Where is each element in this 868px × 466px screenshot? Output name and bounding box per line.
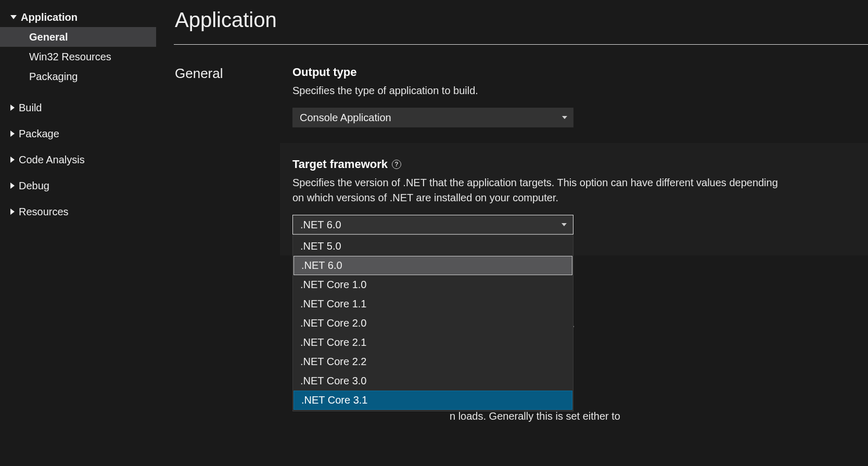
framework-option-label: .NET Core 2.2 xyxy=(300,356,366,368)
group-output-type: Output type Specifies the type of applic… xyxy=(292,66,868,143)
group-desc-target-framework: Specifies the version of .NET that the a… xyxy=(292,175,782,205)
framework-option-label: .NET 5.0 xyxy=(300,240,341,252)
framework-option[interactable]: .NET Core 1.0 xyxy=(293,275,573,294)
group-target-framework: Target framework ? Specifies the version… xyxy=(280,143,868,255)
framework-option[interactable]: .NET 5.0 xyxy=(293,237,573,256)
caret-down-icon xyxy=(561,223,567,226)
chevron-right-icon xyxy=(10,131,15,137)
sidebar-item-label: Packaging xyxy=(29,71,78,83)
section-label-general: General xyxy=(175,66,292,255)
sidebar-item-code-analysis[interactable]: Code Analysis xyxy=(0,150,156,170)
group-title-target-framework: Target framework xyxy=(292,158,388,171)
sidebar-item-win32-resources[interactable]: Win32 Resources xyxy=(0,47,156,67)
group-title-output-type: Output type xyxy=(292,66,868,79)
framework-option-label: .NET Core 1.1 xyxy=(300,298,366,310)
obscured-text-fragment: et. xyxy=(563,316,860,331)
output-type-display[interactable]: Console Application xyxy=(292,108,573,127)
framework-option-label: .NET Core 2.1 xyxy=(300,336,366,348)
target-framework-combobox[interactable]: .NET 6.0 .NET 5.0 .NET 6.0 .NET Core 1.0… xyxy=(292,215,573,235)
sidebar-item-resources[interactable]: Resources xyxy=(0,202,156,222)
sidebar-item-label: Package xyxy=(19,128,59,140)
sidebar-item-label: General xyxy=(29,31,68,43)
sidebar-item-label: Application xyxy=(21,11,78,23)
framework-option-label: .NET Core 3.1 xyxy=(301,394,367,406)
sidebar-item-label: Debug xyxy=(19,180,49,192)
sidebar-item-packaging[interactable]: Packaging xyxy=(0,67,156,86)
sidebar-item-application[interactable]: Application xyxy=(0,7,156,27)
project-properties-main: Application General Output type Specifie… xyxy=(156,0,868,466)
caret-down-icon xyxy=(562,116,567,119)
framework-option[interactable]: .NET Core 3.1 xyxy=(293,391,572,410)
framework-option[interactable]: .NET Core 2.1 xyxy=(293,333,573,352)
framework-option[interactable]: .NET Core 1.1 xyxy=(293,294,573,314)
framework-option-label: .NET Core 3.0 xyxy=(300,375,366,387)
sidebar-item-label: Resources xyxy=(19,206,69,218)
page-title: Application xyxy=(175,8,868,32)
sidebar-item-debug[interactable]: Debug xyxy=(0,176,156,196)
sidebar-item-package[interactable]: Package xyxy=(0,124,156,144)
help-icon[interactable]: ? xyxy=(392,160,401,169)
sidebar-item-label: Win32 Resources xyxy=(29,51,111,63)
chevron-right-icon xyxy=(10,105,15,111)
framework-option-label: .NET Core 1.0 xyxy=(300,279,366,291)
sidebar-item-label: Build xyxy=(19,102,42,114)
divider xyxy=(174,44,868,45)
group-desc-output-type: Specifies the type of application to bui… xyxy=(292,83,782,98)
target-framework-dropdown: .NET 5.0 .NET 6.0 .NET Core 1.0 .NET Cor… xyxy=(292,235,573,411)
framework-option[interactable]: .NET Core 2.2 xyxy=(293,352,573,371)
framework-option-label: .NET Core 2.0 xyxy=(300,317,366,329)
framework-option[interactable]: .NET Core 2.0 xyxy=(293,314,573,333)
target-framework-value: .NET 6.0 xyxy=(300,219,341,231)
output-type-combobox[interactable]: Console Application xyxy=(292,108,573,127)
project-properties-sidebar: Application General Win32 Resources Pack… xyxy=(0,0,156,466)
chevron-right-icon xyxy=(10,209,15,215)
framework-option[interactable]: .NET Core 3.0 xyxy=(293,371,573,391)
sidebar-item-general[interactable]: General xyxy=(0,27,156,47)
chevron-down-icon xyxy=(10,15,17,19)
target-framework-display[interactable]: .NET 6.0 xyxy=(292,215,573,235)
chevron-right-icon xyxy=(10,157,15,163)
framework-option-label: .NET 6.0 xyxy=(301,260,342,271)
chevron-right-icon xyxy=(10,183,15,189)
framework-option[interactable]: .NET 6.0 xyxy=(293,256,572,275)
sidebar-item-label: Code Analysis xyxy=(19,154,85,166)
sidebar-item-build[interactable]: Build xyxy=(0,98,156,118)
output-type-value: Console Application xyxy=(300,112,391,124)
